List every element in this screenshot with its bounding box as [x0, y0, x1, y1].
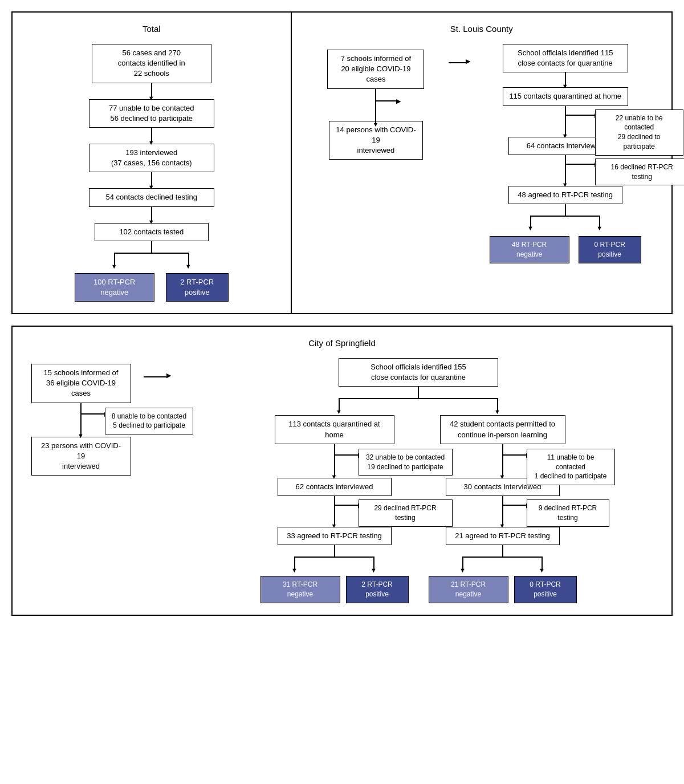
sf-mid-box1: 113 contacts quarantined at home — [275, 415, 394, 444]
sf-right-side1: 11 unable to be contacted 1 declined to … — [527, 449, 615, 485]
springfield-layout: 15 schools informed of 36 eligible COVID… — [24, 358, 660, 603]
total-box2: 77 unable to be contacted56 declined to … — [89, 99, 214, 128]
sf-mid-pos: 2 RT-PCR positive — [346, 576, 409, 603]
stl-branch2: ▼ ▶ 22 unable to be contacted 29 decline… — [503, 106, 628, 135]
total-box3: 193 interviewed(37 cases, 156 contacts) — [89, 144, 214, 172]
sf-left-side1: 8 unable to be contacted 5 declined to p… — [105, 408, 193, 435]
sf-mid-box2: 62 contacts interviewed — [278, 478, 392, 496]
stl-fork: ▼ ▼ — [503, 204, 628, 233]
sf-left-box2: 23 persons with COVID-19 interviewed — [31, 437, 131, 476]
sf-mid-fork: ▼ ▼ — [272, 545, 397, 574]
springfield-title: City of Springfield — [24, 338, 660, 348]
sf-mid-neg: 31 RT-PCR negative — [260, 576, 340, 603]
stlouis-title: St. Louis County — [303, 24, 661, 34]
total-flow: 56 cases and 270contacts identified in22… — [24, 44, 279, 302]
springfield-panel: City of Springfield 15 schools informed … — [11, 326, 673, 616]
sf-left-branch1: ▼ ▶ 8 unable to be contacted 5 declined … — [31, 403, 131, 434]
stlouis-layout: 7 schools informed of 20 eligible COVID-… — [303, 44, 661, 263]
sf-left-box1: 15 schools informed of 36 eligible COVID… — [31, 364, 131, 403]
stl-left-box1: 7 schools informed of 20 eligible COVID-… — [327, 50, 424, 89]
total-box4: 54 contacts declined testing — [89, 188, 214, 206]
stlouis-left: 7 schools informed of 20 eligible COVID-… — [303, 44, 449, 160]
stl-right-box4: 48 agreed to RT-PCR testing — [508, 186, 622, 204]
sf-mid-box3: 33 agreed to RT-PCR testing — [278, 527, 392, 545]
stlouis-panel: St. Louis County 7 schools informed of 2… — [292, 13, 672, 313]
stl-neg-box: 48 RT-PCR negative — [490, 236, 569, 263]
sf-right-main: School officials identified 155 close co… — [177, 358, 660, 603]
sf-top-fork: ▼ ▼ — [259, 387, 578, 415]
top-row: Total 56 cases and 270contacts identifie… — [11, 11, 673, 314]
sf-right-col: 42 student contacts permitted to continu… — [427, 415, 578, 603]
stl-results: 48 RT-PCR negative 0 RT-PCR positive — [490, 236, 641, 263]
sf-mid-side1: 32 unable to be contacted 19 declined to… — [359, 449, 453, 476]
sf-right-box3: 21 agreed to RT-PCR testing — [446, 527, 560, 545]
sf-two-cols: 113 contacts quarantined at home ▼ ▶ — [259, 415, 578, 603]
sf-right-results: 21 RT-PCR negative 0 RT-PCR positive — [429, 576, 577, 603]
stl-pos-box: 0 RT-PCR positive — [579, 236, 641, 263]
stl-right-side2: 16 declined RT-PCR testing — [595, 159, 684, 186]
stl-right-side1: 22 unable to be contacted 29 declined to… — [595, 109, 683, 156]
sf-right-neg: 21 RT-PCR negative — [429, 576, 508, 603]
total-box5: 102 contacts tested — [95, 223, 209, 241]
sf-left: 15 schools informed of 36 eligible COVID… — [24, 358, 138, 476]
total-panel: Total 56 cases and 270contacts identifie… — [13, 13, 292, 313]
sf-right-side2: 9 declined RT-PCR testing — [527, 499, 609, 527]
stl-right-box1: School officials identified 115 close co… — [503, 44, 628, 72]
total-box1: 56 cases and 270contacts identified in22… — [92, 44, 211, 83]
sf-right-pos: 0 RT-PCR positive — [514, 576, 577, 603]
total-title: Total — [24, 24, 279, 34]
sf-top-box: School officials identified 155 close co… — [339, 358, 498, 387]
stlouis-right: School officials identified 115 close co… — [470, 44, 660, 263]
stl-branch3: ▼ ▶ 16 declined RT-PCR testing — [508, 155, 622, 184]
sf-mid-side2: 29 declined RT-PCR testing — [359, 499, 453, 527]
sf-right-branch1: ▼ ▶ 11 unable to be contacted 1 declined… — [440, 444, 565, 476]
sf-mid-results: 31 RT-PCR negative 2 RT-PCR positive — [260, 576, 409, 603]
stl-h-arrow: ▶ — [449, 44, 470, 65]
sf-mid-branch2: ▼ ▶ 29 declined RT-PCR testing — [278, 496, 392, 525]
sf-mid-branch1: ▼ ▶ 32 unable to be contacted 19 decline… — [275, 444, 394, 476]
sf-right-branch2: ▼ ▶ 9 declined RT-PCR testing — [446, 496, 560, 525]
sf-right-box1: 42 student contacts permitted to continu… — [440, 415, 565, 444]
main-container: Total 56 cases and 270contacts identifie… — [11, 11, 673, 616]
sf-right-fork: ▼ ▼ — [440, 545, 565, 574]
stl-right-box2: 115 contacts quarantined at home — [503, 87, 628, 105]
sf-h-arrow: ▶ — [144, 358, 171, 379]
sf-mid-col: 113 contacts quarantined at home ▼ ▶ — [259, 415, 410, 603]
